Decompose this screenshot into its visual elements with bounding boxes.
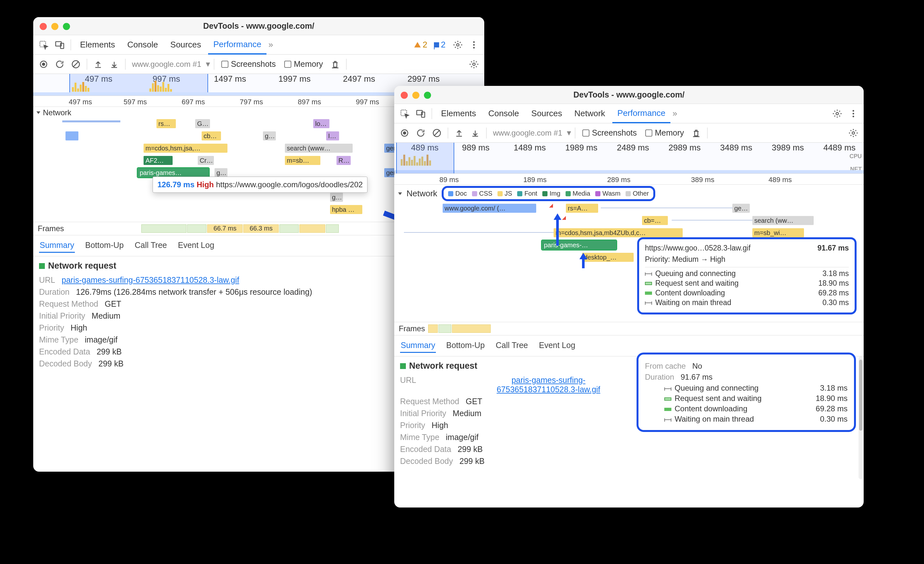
close-icon[interactable] (401, 92, 408, 99)
recording-host[interactable]: www.google.com #1 (490, 128, 565, 138)
gc-icon[interactable] (328, 57, 342, 71)
request-bar[interactable] (66, 131, 78, 140)
request-bar[interactable]: Cr… (198, 156, 214, 165)
clear-icon[interactable] (430, 126, 444, 140)
request-bar[interactable]: AF2… (144, 156, 172, 165)
kebab-icon[interactable] (467, 38, 481, 52)
titlebar[interactable]: DevTools - www.google.com/ (33, 17, 484, 35)
request-bar[interactable]: rs=A… (566, 204, 598, 213)
subtab-event-log[interactable]: Event Log (177, 239, 215, 253)
reload-icon[interactable] (414, 126, 428, 140)
request-bar[interactable]: m=cdos,hsm,jsa,mb4ZUb,d,c… (554, 228, 682, 237)
overview-tick: 1997 ms (278, 74, 311, 84)
warnings-badge[interactable]: 2 (414, 40, 427, 50)
subtab-bottom-up[interactable]: Bottom-Up (84, 239, 124, 253)
request-bar[interactable]: search (www… (285, 144, 352, 153)
request-bar[interactable]: G… (195, 119, 210, 128)
scrollbar-thumb[interactable] (859, 359, 862, 431)
gc-icon[interactable] (689, 126, 704, 140)
inspect-icon[interactable] (36, 38, 51, 52)
request-bar[interactable]: g… (214, 168, 228, 177)
request-bar[interactable]: R… (336, 156, 351, 165)
legend-swatch-icon (517, 191, 522, 196)
subtab-summary[interactable]: Summary (39, 239, 75, 253)
request-bar[interactable]: g… (263, 131, 276, 140)
subtab-call-tree[interactable]: Call Tree (495, 338, 528, 353)
recording-host[interactable]: www.google.com #1 (129, 60, 204, 69)
request-bar[interactable]: I… (326, 131, 339, 140)
tab-elements[interactable]: Elements (75, 35, 120, 54)
issues-badge[interactable]: 2 (434, 40, 446, 50)
request-url-link[interactable]: paris-games-surfing-6753651837110528.3-l… (62, 275, 239, 285)
memory-checkbox[interactable]: Memory (645, 128, 684, 138)
request-bar[interactable]: rs… (156, 119, 176, 128)
request-bar[interactable]: g… (330, 193, 343, 202)
minimize-icon[interactable] (51, 23, 58, 30)
flamechart-ruler[interactable]: 89 ms 189 ms 289 ms 389 ms 489 ms (394, 174, 864, 185)
chevron-down-icon[interactable]: ▾ (567, 128, 571, 138)
record-icon[interactable] (398, 126, 412, 140)
gear-icon[interactable] (846, 126, 861, 140)
more-tabs-icon[interactable]: » (672, 108, 677, 119)
frames-track[interactable]: Frames (394, 322, 864, 335)
request-bar-selected[interactable]: paris-games… (138, 168, 209, 177)
request-bar[interactable]: lo… (313, 119, 329, 128)
timing-row: Content downloading69.28 ms (645, 404, 848, 413)
overview-selection[interactable] (396, 143, 454, 173)
subtab-summary[interactable]: Summary (400, 338, 436, 353)
legend-swatch-icon (448, 191, 453, 196)
request-bar[interactable]: hpba … (330, 205, 362, 214)
subtab-bottom-up[interactable]: Bottom-Up (446, 338, 485, 353)
tab-console[interactable]: Console (483, 104, 524, 123)
request-bar[interactable]: www.google.com/ (… (442, 204, 536, 213)
request-bar[interactable]: search (ww… (752, 216, 814, 225)
tab-performance[interactable]: Performance (612, 104, 671, 123)
traffic-lights[interactable] (40, 23, 70, 30)
traffic-lights[interactable] (401, 92, 431, 99)
overview-timeline[interactable]: 489 ms 989 ms 1489 ms 1989 ms 2489 ms 29… (394, 143, 864, 174)
request-url-link[interactable]: paris-games-surfing-6753651837110528.3-l… (471, 376, 626, 394)
titlebar[interactable]: DevTools - www.google.com/ (394, 86, 864, 104)
gear-icon[interactable] (830, 107, 844, 121)
reload-icon[interactable] (52, 57, 67, 71)
inspect-icon[interactable] (398, 107, 412, 121)
chevron-down-icon[interactable]: ▾ (206, 59, 210, 69)
gear-icon[interactable] (451, 38, 465, 52)
subtab-event-log[interactable]: Event Log (538, 338, 576, 353)
zoom-icon[interactable] (63, 23, 70, 30)
request-bar[interactable]: ge… (732, 204, 750, 213)
tab-sources[interactable]: Sources (526, 104, 567, 123)
device-icon[interactable] (414, 107, 428, 121)
tab-console[interactable]: Console (122, 35, 163, 54)
memory-checkbox[interactable]: Memory (284, 59, 323, 69)
kebab-icon[interactable] (846, 107, 861, 121)
download-icon[interactable] (468, 126, 482, 140)
request-bar[interactable]: m=sb… (285, 156, 320, 165)
request-bar[interactable]: cb… (202, 131, 221, 140)
minimize-icon[interactable] (412, 92, 419, 99)
zoom-icon[interactable] (424, 92, 431, 99)
gear-icon[interactable] (467, 57, 481, 71)
device-icon[interactable] (52, 38, 67, 52)
tab-network[interactable]: Network (569, 104, 610, 123)
scrollbar[interactable] (858, 356, 863, 479)
network-label[interactable]: Network (406, 188, 437, 199)
request-bar[interactable]: cb=… (642, 216, 668, 225)
more-tabs-icon[interactable]: » (268, 40, 273, 50)
request-bar[interactable]: m=cdos,hsm,jsa,… (144, 144, 228, 153)
tab-elements[interactable]: Elements (436, 104, 481, 123)
tab-sources[interactable]: Sources (165, 35, 206, 54)
request-bar[interactable]: desktop_… (582, 253, 634, 262)
download-icon[interactable] (107, 57, 121, 71)
record-icon[interactable] (36, 57, 51, 71)
upload-icon[interactable] (452, 126, 466, 140)
upload-icon[interactable] (91, 57, 105, 71)
tab-performance[interactable]: Performance (208, 35, 267, 54)
clear-icon[interactable] (69, 57, 83, 71)
network-track[interactable]: www.google.com/ (… rs=A… ge… cb=… search… (394, 202, 864, 322)
close-icon[interactable] (40, 23, 47, 30)
request-bar[interactable]: m=sb_wi… (752, 228, 804, 237)
screenshots-checkbox[interactable]: Screenshots (582, 128, 637, 138)
screenshots-checkbox[interactable]: Screenshots (221, 59, 276, 69)
subtab-call-tree[interactable]: Call Tree (134, 239, 168, 253)
